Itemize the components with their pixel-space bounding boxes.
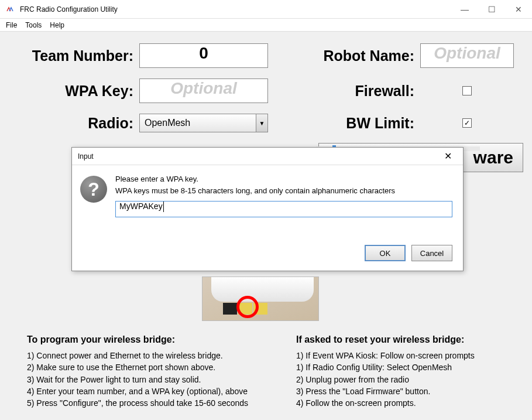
radio-dropdown-value: OpenMesh [145, 118, 190, 128]
dialog-message-1: Please enter a WPA key. [115, 173, 452, 185]
dialog-titlebar: Input ✕ [72, 148, 463, 165]
team-number-input[interactable]: 0 [139, 43, 268, 68]
radio-dropdown[interactable]: OpenMesh ▼ [139, 114, 268, 132]
team-number-label: Team Number: [5, 47, 139, 64]
menubar: File Tools Help [0, 19, 532, 32]
instructions-left-3: 3) Wait for the Power light to turn and … [27, 374, 267, 385]
ok-button[interactable]: OK [365, 245, 406, 261]
instructions-left: To program your wireless bridge: 1) Conn… [27, 333, 267, 409]
question-icon: ? [80, 176, 107, 203]
input-dialog: Input ✕ ? Please enter a WPA key. WPA ke… [71, 147, 464, 271]
wpa-key-input[interactable]: Optional [139, 78, 268, 103]
close-button[interactable]: ✕ [505, 0, 532, 19]
instructions-right-1: 1) If Event WPA Kiosk: Follow on-screen … [296, 350, 532, 361]
instructions-right-5: 4) Follow the on-screen prompts. [296, 397, 532, 409]
dialog-title: Input [78, 152, 437, 161]
bw-limit-checkbox[interactable]: ✓ [462, 118, 472, 128]
instructions-right-3: 2) Unplug power from the radio [296, 374, 532, 385]
instructions-right-4: 3) Press the "Load Firmware" button. [296, 385, 532, 397]
robot-name-input[interactable]: Optional [420, 43, 514, 68]
cancel-button[interactable]: Cancel [411, 245, 452, 261]
wpa-key-label: WPA Key: [5, 83, 139, 100]
radio-label: Radio: [5, 115, 139, 132]
bw-limit-label: BW Limit: [303, 115, 420, 132]
dialog-close-button[interactable]: ✕ [437, 149, 458, 164]
instructions-left-title: To program your wireless bridge: [27, 333, 267, 346]
menu-tools[interactable]: Tools [25, 21, 42, 29]
firewall-checkbox[interactable] [462, 86, 472, 95]
maximize-button[interactable]: ☐ [478, 0, 505, 19]
instructions-right-2: 1) If Radio Config Utility: Select OpenM… [296, 361, 532, 373]
chevron-down-icon: ▼ [256, 114, 267, 132]
window-titlebar: FRC Radio Configuration Utility — ☐ ✕ [0, 0, 532, 19]
instructions-left-2: 2) Make sure to use the Ethernet port sh… [27, 361, 267, 373]
window-title: FRC Radio Configuration Utility [20, 5, 451, 13]
router-image [202, 276, 319, 321]
robot-name-label: Robot Name: [303, 47, 420, 64]
dialog-message-2: WPA keys must be 8-15 characters long, a… [115, 185, 452, 197]
instructions-right: If asked to reset your wireless bridge: … [296, 333, 532, 409]
wpa-key-dialog-value: MyWPAKey [119, 202, 163, 211]
instructions-left-1: 1) Connect power and Ethernet to the wir… [27, 350, 267, 361]
highlight-circle-icon [236, 296, 259, 318]
menu-file[interactable]: File [6, 21, 17, 29]
minimize-button[interactable]: — [451, 0, 478, 19]
firewall-label: Firewall: [303, 83, 420, 100]
instructions-left-5: 5) Press "Configure", the process should… [27, 397, 267, 409]
app-icon [6, 5, 15, 14]
instructions-left-4: 4) Enter your team number, and a WPA key… [27, 385, 267, 397]
wpa-key-dialog-input[interactable]: MyWPAKey [115, 201, 452, 217]
instructions-right-title: If asked to reset your wireless bridge: [296, 333, 532, 346]
menu-help[interactable]: Help [50, 21, 64, 29]
